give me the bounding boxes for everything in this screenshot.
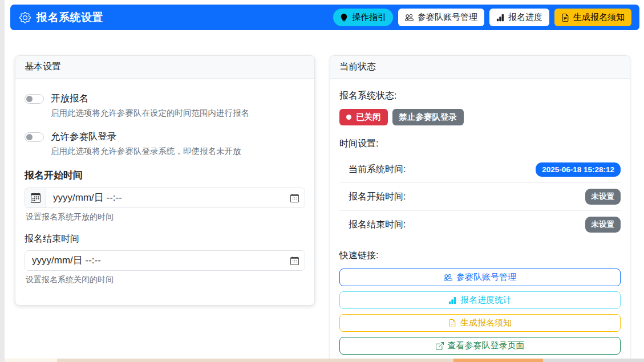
reg-start-time-label: 报名开始时间: [349, 191, 406, 203]
end-time-label: 报名结束时间 [25, 233, 305, 245]
quick-link-view-login-page-label: 查看参赛队登录页面 [448, 340, 525, 351]
page-title-group: 报名系统设置 [19, 10, 103, 25]
quick-link-generate-notice-label: 生成报名须知 [460, 318, 512, 328]
page-root: 报名系统设置 操作指引 [0, 0, 644, 362]
external-link-icon [436, 342, 444, 350]
lightbulb-icon [340, 14, 348, 22]
quick-links-label: 快速链接: [339, 250, 621, 262]
open-registration-toggle[interactable] [25, 94, 44, 104]
guide-button[interactable]: 操作指引 [333, 9, 393, 26]
bar-chart-icon [496, 14, 504, 22]
system-status-label: 报名系统状态: [339, 90, 621, 102]
current-status-header: 当前状态 [330, 56, 630, 79]
bottom-cutoff-strip [0, 359, 644, 362]
reg-end-time-badge: 未设置 [585, 217, 621, 233]
quick-link-view-login-page[interactable]: 查看参赛队登录页面 [339, 337, 621, 355]
time-settings-rows: 当前系统时间: 2025-06-18 15:28:12 报名开始时间: 未设置 … [339, 157, 621, 238]
end-time-picker-icon[interactable] [284, 251, 305, 270]
generate-notice-button[interactable]: 生成报名须知 [554, 9, 631, 26]
open-registration-label: 开放报名 [51, 92, 88, 105]
allow-login-label: 允许参赛队登录 [51, 131, 117, 143]
page-header: 报名系统设置 操作指引 [10, 5, 639, 30]
quick-link-team-accounts[interactable]: 参赛队账号管理 [339, 269, 621, 286]
people-icon [405, 13, 414, 22]
basic-settings-header: 基本设置 [15, 56, 314, 79]
start-time-label: 报名开始时间 [25, 169, 305, 182]
page-title: 报名系统设置 [37, 10, 103, 25]
current-status-body: 报名系统状态: 已关闭 禁止参赛队登录 时间设置: 当前系统时间: [330, 79, 630, 362]
start-time-picker-icon[interactable] [284, 188, 305, 208]
content-sheet: 报名系统设置 操作指引 [5, 0, 644, 362]
basic-settings-card: 基本设置 开放报名 启用此选项将允许参赛队在设定的时间范围内进行报名 允许参赛队… [15, 55, 315, 306]
people-icon [444, 273, 452, 282]
start-time-help: 设置报名系统开放的时间 [26, 212, 304, 222]
table-row: 报名结束时间: 未设置 [339, 211, 621, 238]
progress-button-label: 报名进度 [508, 12, 542, 23]
status-badge-login-forbidden-label: 禁止参赛队登录 [399, 112, 457, 123]
allow-login-toggle[interactable] [25, 132, 44, 142]
current-system-time-label: 当前系统时间: [349, 164, 406, 176]
quick-link-team-accounts-label: 参赛队账号管理 [456, 272, 516, 283]
start-time-input-group [25, 188, 305, 208]
bar-chart-icon [448, 296, 456, 304]
quick-link-progress-stats-label: 报名进度统计 [460, 295, 512, 306]
open-registration-toggle-row: 开放报名 [25, 92, 305, 105]
end-time-input-group [25, 250, 305, 271]
current-system-time-badge: 2025-06-18 15:28:12 [536, 162, 621, 177]
status-badge-login-forbidden: 禁止参赛队登录 [392, 109, 464, 125]
reg-start-time-badge: 未设置 [585, 189, 621, 205]
main-content: 基本设置 开放报名 启用此选项将允许参赛队在设定的时间范围内进行报名 允许参赛队… [5, 30, 644, 362]
quick-links-group: 参赛队账号管理 报名进度统计 [339, 269, 621, 355]
table-row: 当前系统时间: 2025-06-18 15:28:12 [339, 157, 621, 183]
end-time-help: 设置报名系统关闭的时间 [26, 275, 304, 285]
reg-end-time-label: 报名结束时间: [349, 219, 406, 231]
strip-segment [453, 359, 543, 362]
generate-notice-button-label: 生成报名须知 [573, 12, 625, 23]
table-row: 报名开始时间: 未设置 [339, 183, 621, 211]
open-registration-desc: 启用此选项将允许参赛队在设定的时间范围内进行报名 [51, 108, 305, 119]
quick-link-progress-stats[interactable]: 报名进度统计 [339, 291, 621, 309]
guide-button-label: 操作指引 [352, 12, 386, 23]
status-badge-row: 已关闭 禁止参赛队登录 [339, 109, 621, 125]
start-time-input[interactable] [46, 188, 284, 208]
strip-segment [543, 359, 644, 362]
calendar-icon[interactable] [25, 188, 46, 208]
allow-login-desc: 启用此选项将允许参赛队登录系统，即使报名未开放 [51, 146, 305, 157]
strip-segment [57, 359, 453, 362]
basic-settings-body: 开放报名 启用此选项将允许参赛队在设定的时间范围内进行报名 允许参赛队登录 启用… [15, 79, 314, 305]
dot-icon [346, 115, 351, 120]
file-text-icon [448, 319, 456, 327]
end-time-input[interactable] [25, 251, 284, 270]
quick-link-generate-notice[interactable]: 生成报名须知 [339, 314, 621, 332]
time-settings-label: 时间设置: [339, 138, 621, 150]
header-actions: 操作指引 参赛队账号管理 报名进 [333, 9, 631, 26]
left-gutter [0, 0, 5, 362]
allow-login-toggle-row: 允许参赛队登录 [25, 131, 305, 143]
progress-button[interactable]: 报名进度 [489, 9, 549, 26]
strip-segment [0, 359, 5, 362]
status-badge-closed: 已关闭 [339, 109, 388, 125]
strip-segment [5, 359, 57, 362]
team-accounts-button-label: 参赛队账号管理 [418, 12, 477, 23]
current-status-card: 当前状态 报名系统状态: 已关闭 禁止参赛队登录 时间设置: [330, 55, 630, 362]
gear-icon [19, 12, 31, 23]
team-accounts-button[interactable]: 参赛队账号管理 [398, 9, 484, 26]
status-badge-closed-label: 已关闭 [356, 112, 381, 123]
file-text-icon [561, 14, 569, 22]
